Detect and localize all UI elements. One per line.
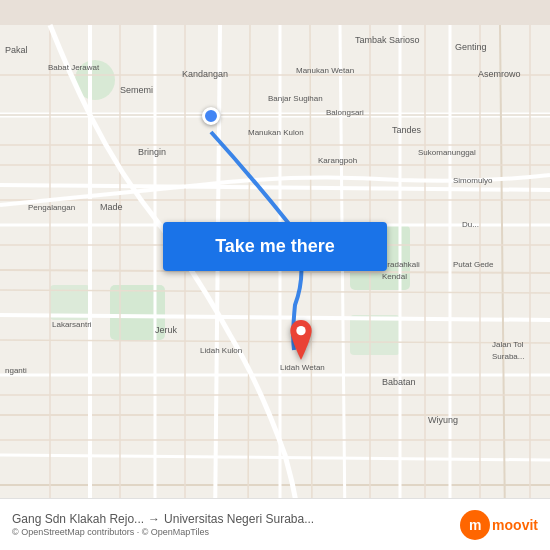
route-to: Universitas Negeri Suraba... xyxy=(164,512,314,526)
map-container: Tambak Sarioso Genting Asemrowo Pakal Ba… xyxy=(0,0,550,550)
svg-rect-6 xyxy=(350,315,400,355)
bottom-bar: Gang Sdn Klakah Rejo... → Universitas Ne… xyxy=(0,498,550,550)
svg-text:Balongsari: Balongsari xyxy=(326,108,364,117)
svg-text:Suraba...: Suraba... xyxy=(492,352,524,361)
svg-text:Du...: Du... xyxy=(462,220,479,229)
moovit-logo: m moovit xyxy=(460,510,538,540)
svg-text:Lakarsantri: Lakarsantri xyxy=(52,320,92,329)
svg-text:Jalan Tol: Jalan Tol xyxy=(492,340,524,349)
svg-text:Kendal: Kendal xyxy=(382,272,407,281)
destination-marker xyxy=(285,320,317,364)
osm-credit: © OpenStreetMap contributors · © OpenMap… xyxy=(12,527,452,537)
svg-text:Pengalangan: Pengalangan xyxy=(28,203,75,212)
svg-text:Wiyung: Wiyung xyxy=(428,415,458,425)
svg-text:Tambak Sarioso: Tambak Sarioso xyxy=(355,35,420,45)
moovit-icon-letter: m xyxy=(469,517,481,533)
svg-point-75 xyxy=(296,326,305,335)
origin-marker xyxy=(202,107,220,125)
svg-text:Lidah Wetan: Lidah Wetan xyxy=(280,363,325,372)
map-svg: Tambak Sarioso Genting Asemrowo Pakal Ba… xyxy=(0,0,550,550)
svg-text:Kandangan: Kandangan xyxy=(182,69,228,79)
svg-text:Babat Jerawat: Babat Jerawat xyxy=(48,63,100,72)
svg-text:Sukomanunggal: Sukomanunggal xyxy=(418,148,476,157)
svg-text:nganti: nganti xyxy=(5,366,27,375)
svg-text:Genting: Genting xyxy=(455,42,487,52)
moovit-text: moovit xyxy=(492,517,538,533)
route-arrow: → xyxy=(148,512,160,526)
svg-text:Bringin: Bringin xyxy=(138,147,166,157)
route-from: Gang Sdn Klakah Rejo... xyxy=(12,512,144,526)
svg-text:Asemrowo: Asemrowo xyxy=(478,69,521,79)
svg-text:Putat Gede: Putat Gede xyxy=(453,260,494,269)
svg-text:Tandes: Tandes xyxy=(392,125,422,135)
svg-text:Manukan Wetan: Manukan Wetan xyxy=(296,66,354,75)
route-info: Gang Sdn Klakah Rejo... → Universitas Ne… xyxy=(12,512,452,537)
svg-text:Babatan: Babatan xyxy=(382,377,416,387)
app: Tambak Sarioso Genting Asemrowo Pakal Ba… xyxy=(0,0,550,550)
svg-text:Simomulyo: Simomulyo xyxy=(453,176,493,185)
svg-text:Manukan Kulon: Manukan Kulon xyxy=(248,128,304,137)
take-me-there-button[interactable]: Take me there xyxy=(163,222,387,271)
svg-text:Made: Made xyxy=(100,202,123,212)
svg-text:Pakal: Pakal xyxy=(5,45,28,55)
svg-text:Pradahkali: Pradahkali xyxy=(382,260,420,269)
svg-text:Banjar Sugihan: Banjar Sugihan xyxy=(268,94,323,103)
svg-text:Sememi: Sememi xyxy=(120,85,153,95)
svg-text:Lidah Kulon: Lidah Kulon xyxy=(200,346,242,355)
route-row: Gang Sdn Klakah Rejo... → Universitas Ne… xyxy=(12,512,452,526)
svg-text:Karangpoh: Karangpoh xyxy=(318,156,357,165)
svg-text:Jeruk: Jeruk xyxy=(155,325,178,335)
moovit-icon: m xyxy=(460,510,490,540)
